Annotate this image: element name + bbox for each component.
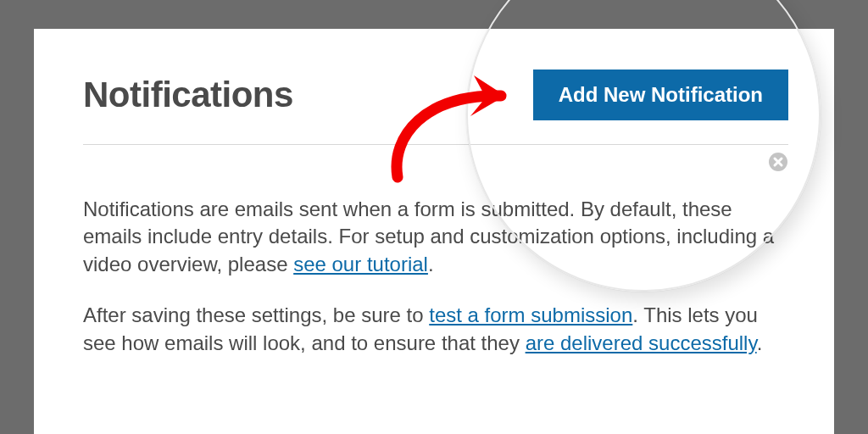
text: After saving these settings, be sure to [83,303,429,326]
dismiss-notice-button[interactable] [768,152,788,172]
text: . [757,331,763,354]
delivered-successfully-link[interactable]: are delivered successfully [526,331,757,354]
panel-header: Notifications Add New Notification [83,70,788,145]
test-submission-link[interactable]: test a form submission [429,303,632,326]
settings-panel: Notifications Add New Notification Notif… [34,29,834,434]
info-paragraph-2: After saving these settings, be sure to … [83,302,788,357]
add-new-notification-button[interactable]: Add New Notification [533,70,788,120]
page-title: Notifications [83,75,293,115]
info-paragraph-1: Notifications are emails sent when a for… [83,196,788,278]
tutorial-link[interactable]: see our tutorial [293,253,428,275]
close-icon [768,152,788,172]
info-notice: Notifications are emails sent when a for… [83,145,788,357]
text: . [428,253,434,275]
